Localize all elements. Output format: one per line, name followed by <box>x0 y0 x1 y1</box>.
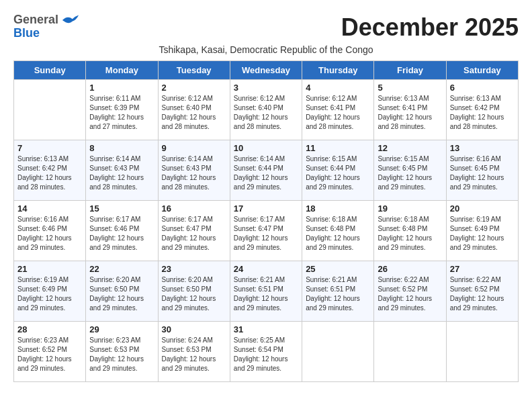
day-info: Sunrise: 6:21 AM Sunset: 6:51 PM Dayligh… <box>306 275 370 313</box>
calendar-cell: 16Sunrise: 6:17 AM Sunset: 6:47 PM Dayli… <box>158 201 230 261</box>
calendar-cell: 21Sunrise: 6:19 AM Sunset: 6:49 PM Dayli… <box>14 261 86 322</box>
calendar-cell: 22Sunrise: 6:20 AM Sunset: 6:50 PM Dayli… <box>86 261 158 322</box>
day-number: 18 <box>306 203 370 214</box>
day-number: 3 <box>234 83 298 93</box>
day-header-friday: Friday <box>374 61 446 80</box>
day-number: 15 <box>89 203 154 214</box>
day-info: Sunrise: 6:13 AM Sunset: 6:42 PM Dayligh… <box>450 94 515 132</box>
calendar-cell: 26Sunrise: 6:22 AM Sunset: 6:52 PM Dayli… <box>374 261 446 322</box>
day-info: Sunrise: 6:19 AM Sunset: 6:49 PM Dayligh… <box>450 215 515 253</box>
calendar-cell: 4Sunrise: 6:12 AM Sunset: 6:41 PM Daylig… <box>302 80 374 140</box>
day-number: 24 <box>234 264 298 274</box>
day-number: 2 <box>162 83 226 93</box>
day-number: 17 <box>234 203 298 214</box>
day-number: 29 <box>89 324 154 334</box>
day-number: 7 <box>17 143 82 153</box>
day-info: Sunrise: 6:18 AM Sunset: 6:48 PM Dayligh… <box>306 215 370 253</box>
calendar-cell: 20Sunrise: 6:19 AM Sunset: 6:49 PM Dayli… <box>446 201 518 261</box>
calendar-cell: 28Sunrise: 6:23 AM Sunset: 6:52 PM Dayli… <box>14 322 86 382</box>
day-number: 19 <box>378 203 442 214</box>
calendar-cell: 7Sunrise: 6:13 AM Sunset: 6:42 PM Daylig… <box>14 140 86 201</box>
calendar-cell: 8Sunrise: 6:14 AM Sunset: 6:43 PM Daylig… <box>86 140 158 201</box>
day-info: Sunrise: 6:17 AM Sunset: 6:46 PM Dayligh… <box>89 215 154 253</box>
calendar-cell: 31Sunrise: 6:25 AM Sunset: 6:54 PM Dayli… <box>230 322 302 382</box>
day-number: 4 <box>306 83 370 93</box>
day-info: Sunrise: 6:23 AM Sunset: 6:52 PM Dayligh… <box>17 336 82 373</box>
day-info: Sunrise: 6:14 AM Sunset: 6:44 PM Dayligh… <box>234 154 298 192</box>
day-number: 1 <box>89 83 154 93</box>
calendar-cell: 1Sunrise: 6:11 AM Sunset: 6:39 PM Daylig… <box>86 80 158 140</box>
day-number: 25 <box>306 264 370 274</box>
day-info: Sunrise: 6:14 AM Sunset: 6:43 PM Dayligh… <box>89 154 154 192</box>
calendar-cell: 9Sunrise: 6:14 AM Sunset: 6:43 PM Daylig… <box>158 140 230 201</box>
day-info: Sunrise: 6:11 AM Sunset: 6:39 PM Dayligh… <box>89 94 154 132</box>
day-info: Sunrise: 6:19 AM Sunset: 6:49 PM Dayligh… <box>17 275 82 313</box>
logo-bird-icon <box>61 13 80 27</box>
day-number: 6 <box>450 83 515 93</box>
day-info: Sunrise: 6:17 AM Sunset: 6:47 PM Dayligh… <box>162 215 226 253</box>
day-number: 5 <box>378 83 442 93</box>
day-info: Sunrise: 6:14 AM Sunset: 6:43 PM Dayligh… <box>162 154 226 192</box>
day-number: 27 <box>450 264 515 274</box>
location-subtitle: Tshikapa, Kasai, Democratic Republic of … <box>13 44 519 55</box>
day-info: Sunrise: 6:20 AM Sunset: 6:50 PM Dayligh… <box>89 275 154 313</box>
calendar-cell <box>374 322 446 382</box>
day-number: 14 <box>17 203 82 214</box>
calendar-cell: 5Sunrise: 6:13 AM Sunset: 6:41 PM Daylig… <box>374 80 446 140</box>
day-number: 12 <box>378 143 442 153</box>
calendar-cell: 11Sunrise: 6:15 AM Sunset: 6:44 PM Dayli… <box>302 140 374 201</box>
calendar-cell: 24Sunrise: 6:21 AM Sunset: 6:51 PM Dayli… <box>230 261 302 322</box>
calendar-table: SundayMondayTuesdayWednesdayThursdayFrid… <box>13 60 519 382</box>
day-number: 31 <box>234 324 298 334</box>
day-info: Sunrise: 6:13 AM Sunset: 6:42 PM Dayligh… <box>17 154 82 192</box>
day-info: Sunrise: 6:15 AM Sunset: 6:44 PM Dayligh… <box>306 154 370 192</box>
logo-general-text: General <box>13 13 58 27</box>
day-info: Sunrise: 6:12 AM Sunset: 6:40 PM Dayligh… <box>162 94 226 132</box>
day-header-sunday: Sunday <box>14 61 86 80</box>
day-info: Sunrise: 6:17 AM Sunset: 6:47 PM Dayligh… <box>234 215 298 253</box>
calendar-cell <box>14 80 86 140</box>
day-header-monday: Monday <box>86 61 158 80</box>
day-number: 10 <box>234 143 298 153</box>
calendar-cell: 3Sunrise: 6:12 AM Sunset: 6:40 PM Daylig… <box>230 80 302 140</box>
day-number: 13 <box>450 143 515 153</box>
calendar-cell: 2Sunrise: 6:12 AM Sunset: 6:40 PM Daylig… <box>158 80 230 140</box>
calendar-cell: 25Sunrise: 6:21 AM Sunset: 6:51 PM Dayli… <box>302 261 374 322</box>
day-number: 20 <box>450 203 515 214</box>
day-number: 28 <box>17 324 82 334</box>
day-number: 8 <box>89 143 154 153</box>
day-number: 21 <box>17 264 82 274</box>
calendar-cell: 19Sunrise: 6:18 AM Sunset: 6:48 PM Dayli… <box>374 201 446 261</box>
day-number: 23 <box>162 264 226 274</box>
day-header-tuesday: Tuesday <box>158 61 230 80</box>
calendar-cell: 23Sunrise: 6:20 AM Sunset: 6:50 PM Dayli… <box>158 261 230 322</box>
day-header-thursday: Thursday <box>302 61 374 80</box>
day-number: 16 <box>162 203 226 214</box>
day-header-wednesday: Wednesday <box>230 61 302 80</box>
page-header: General Blue December 2025 <box>13 13 519 42</box>
day-info: Sunrise: 6:18 AM Sunset: 6:48 PM Dayligh… <box>378 215 442 253</box>
calendar-header-row: SundayMondayTuesdayWednesdayThursdayFrid… <box>14 61 519 80</box>
calendar-week-row: 14Sunrise: 6:16 AM Sunset: 6:46 PM Dayli… <box>14 201 519 261</box>
calendar-cell: 29Sunrise: 6:23 AM Sunset: 6:53 PM Dayli… <box>86 322 158 382</box>
logo-blue-text: Blue <box>13 27 80 40</box>
day-info: Sunrise: 6:22 AM Sunset: 6:52 PM Dayligh… <box>378 275 442 313</box>
calendar-cell: 10Sunrise: 6:14 AM Sunset: 6:44 PM Dayli… <box>230 140 302 201</box>
day-info: Sunrise: 6:12 AM Sunset: 6:40 PM Dayligh… <box>234 94 298 132</box>
day-info: Sunrise: 6:15 AM Sunset: 6:45 PM Dayligh… <box>378 154 442 192</box>
day-number: 11 <box>306 143 370 153</box>
day-number: 26 <box>378 264 442 274</box>
day-info: Sunrise: 6:20 AM Sunset: 6:50 PM Dayligh… <box>162 275 226 313</box>
calendar-cell <box>446 322 518 382</box>
calendar-cell: 15Sunrise: 6:17 AM Sunset: 6:46 PM Dayli… <box>86 201 158 261</box>
day-info: Sunrise: 6:24 AM Sunset: 6:53 PM Dayligh… <box>162 336 226 373</box>
day-header-saturday: Saturday <box>446 61 518 80</box>
calendar-week-row: 1Sunrise: 6:11 AM Sunset: 6:39 PM Daylig… <box>14 80 519 140</box>
day-info: Sunrise: 6:16 AM Sunset: 6:45 PM Dayligh… <box>450 154 515 192</box>
day-number: 30 <box>162 324 226 334</box>
calendar-cell: 13Sunrise: 6:16 AM Sunset: 6:45 PM Dayli… <box>446 140 518 201</box>
calendar-week-row: 28Sunrise: 6:23 AM Sunset: 6:52 PM Dayli… <box>14 322 519 382</box>
calendar-week-row: 7Sunrise: 6:13 AM Sunset: 6:42 PM Daylig… <box>14 140 519 201</box>
calendar-cell: 17Sunrise: 6:17 AM Sunset: 6:47 PM Dayli… <box>230 201 302 261</box>
calendar-cell: 12Sunrise: 6:15 AM Sunset: 6:45 PM Dayli… <box>374 140 446 201</box>
